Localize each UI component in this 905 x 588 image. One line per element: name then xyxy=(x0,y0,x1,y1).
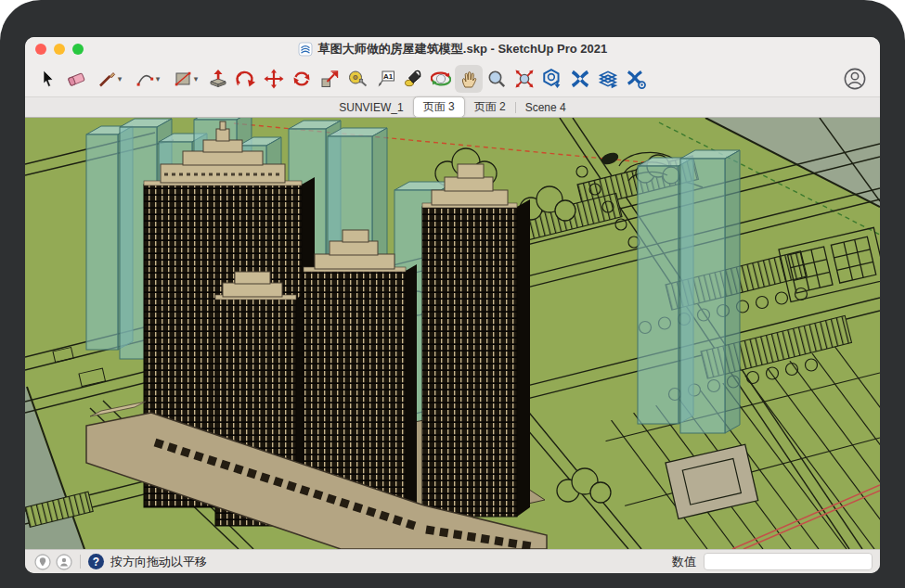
status-message: 按方向拖动以平移 xyxy=(110,554,207,570)
zoom-magnifier-icon xyxy=(486,69,507,89)
followme-tool-button[interactable] xyxy=(232,65,260,93)
send-to-layout-button[interactable] xyxy=(594,65,622,93)
geolocation-icon xyxy=(34,554,51,570)
move-icon xyxy=(264,69,284,89)
paint-bucket-icon xyxy=(403,69,423,89)
paint-bucket-tool-button[interactable] xyxy=(399,65,427,93)
account-button[interactable] xyxy=(841,65,869,93)
pan-hand-icon xyxy=(459,69,479,89)
followme-icon xyxy=(236,69,256,89)
tab-sunview-1[interactable]: SUNVIEW_1 xyxy=(330,99,412,116)
move-tool-button[interactable] xyxy=(260,65,288,93)
text-tool-button[interactable]: A1 xyxy=(371,65,399,93)
extension-warehouse-button[interactable] xyxy=(566,65,594,93)
close-button[interactable] xyxy=(35,44,46,55)
pan-tool-button[interactable] xyxy=(455,65,483,93)
measurements-input[interactable] xyxy=(704,553,873,570)
scene-tabs: SUNVIEW_1 页面 3 页面 2 Scene 4 xyxy=(25,96,880,118)
credits-person-icon xyxy=(56,554,72,570)
rotate-icon xyxy=(291,69,312,89)
geolocation-button[interactable] xyxy=(34,554,51,570)
account-circle-icon xyxy=(843,67,867,91)
extension-manager-icon xyxy=(625,68,647,90)
pencil-line-icon xyxy=(97,69,117,89)
titlebar: 草图大师做的房屋建筑模型.skp - SketchUp Pro 2021 xyxy=(25,37,880,61)
orbit-icon xyxy=(431,69,451,89)
rectangle-tool-caret[interactable]: ▾ xyxy=(194,74,199,83)
extension-manager-button[interactable] xyxy=(622,65,650,93)
send-to-layout-layers-icon xyxy=(597,68,619,90)
toolbar: ▾ ▾ ▾ xyxy=(25,61,880,96)
pushpull-tool-button[interactable] xyxy=(204,65,232,93)
arc-icon xyxy=(135,69,155,89)
pushpull-icon xyxy=(208,69,228,89)
rotate-tool-button[interactable] xyxy=(288,65,316,93)
tape-measure-icon xyxy=(347,69,368,89)
eraser-tool-button[interactable] xyxy=(62,65,90,93)
select-cursor-icon xyxy=(38,69,58,89)
extension-warehouse-x-icon xyxy=(569,68,591,90)
sketchup-window: 草图大师做的房屋建筑模型.skp - SketchUp Pro 2021 xyxy=(25,37,880,573)
warehouse-3d-icon xyxy=(541,68,563,90)
help-icon[interactable]: ? xyxy=(88,554,104,569)
measurements-label: 数值 xyxy=(672,554,696,570)
arc-tool-button[interactable]: ▾ xyxy=(128,65,166,93)
traffic-lights xyxy=(35,44,84,55)
zoom-window-button[interactable] xyxy=(72,44,84,55)
zoom-extents-tool-button[interactable] xyxy=(511,65,538,93)
line-tool-button[interactable]: ▾ xyxy=(90,65,128,93)
svg-text:A1: A1 xyxy=(383,72,394,81)
status-divider xyxy=(80,555,81,569)
select-tool-button[interactable] xyxy=(34,65,62,93)
model-viewport[interactable] xyxy=(25,118,880,549)
arc-tool-caret[interactable]: ▾ xyxy=(156,74,161,83)
eraser-icon xyxy=(66,69,86,89)
page: 草图大师做的房屋建筑模型.skp - SketchUp Pro 2021 xyxy=(0,0,905,588)
tower-4 xyxy=(422,164,530,517)
text-label-icon: A1 xyxy=(375,69,395,89)
tab-scene-4[interactable]: Scene 4 xyxy=(516,99,575,116)
tab-page-3[interactable]: 页面 3 xyxy=(413,96,465,118)
zoom-extents-icon xyxy=(514,69,535,89)
model-scene xyxy=(25,118,880,549)
statusbar: ? 按方向拖动以平移 数值 xyxy=(25,549,880,573)
line-tool-caret[interactable]: ▾ xyxy=(118,74,123,83)
rectangle-tool-button[interactable]: ▾ xyxy=(166,65,204,93)
tab-page-2[interactable]: 页面 2 xyxy=(465,97,515,117)
orbit-tool-button[interactable] xyxy=(427,65,455,93)
sketchup-logo-icon xyxy=(298,42,313,57)
rectangle-icon xyxy=(173,69,193,89)
window-title: 草图大师做的房屋建筑模型.skp - SketchUp Pro 2021 xyxy=(318,41,607,58)
tape-measure-tool-button[interactable] xyxy=(343,65,371,93)
zoom-tool-button[interactable] xyxy=(483,65,511,93)
scale-tool-button[interactable] xyxy=(316,65,343,93)
credits-button[interactable] xyxy=(56,554,72,570)
minimize-button[interactable] xyxy=(54,44,65,55)
scale-icon xyxy=(319,69,340,89)
get-models-button[interactable] xyxy=(538,65,566,93)
